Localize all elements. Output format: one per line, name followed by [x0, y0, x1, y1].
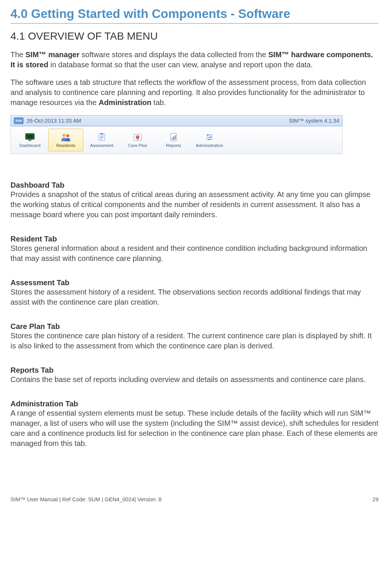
- text-run: in database format so that the user can …: [48, 61, 313, 69]
- tab-residents[interactable]: Residents: [48, 129, 83, 151]
- intro-paragraph-2: The software uses a tab structure that r…: [10, 77, 379, 108]
- svg-rect-6: [100, 133, 103, 135]
- monitor-icon: [25, 133, 35, 142]
- svg-rect-11: [175, 135, 176, 140]
- text-bold: SIM™ manager: [25, 50, 79, 59]
- care-plan-icon: [132, 133, 143, 142]
- heading-section-4-0: 4.0 Getting Started with Components - So…: [10, 7, 379, 24]
- page-number: 29: [373, 496, 379, 502]
- section-desc: A range of essential system elements mus…: [10, 408, 379, 449]
- section-dashboard-tab: Dashboard Tab Provides a snapshot of the…: [10, 181, 379, 220]
- svg-rect-1: [27, 135, 33, 138]
- text-run: The: [10, 50, 25, 59]
- section-desc: Stores the assessment history of a resid…: [10, 287, 379, 307]
- section-label: Dashboard Tab: [10, 181, 379, 190]
- tab-label: Assessment: [90, 143, 114, 148]
- app-datetime: 26-Oct-2013 11:33 AM: [27, 118, 81, 124]
- heading-section-4-1: 4.1 OVERVIEW OF TAB MENU: [10, 30, 379, 42]
- app-version: SIM™ system 4.1.34: [289, 118, 339, 124]
- svg-point-3: [62, 134, 65, 137]
- text-run: The software uses a tab structure that r…: [10, 78, 366, 107]
- sim-logo-chip: SIM: [14, 117, 24, 124]
- svg-rect-5: [99, 134, 105, 141]
- section-desc: Provides a snapshot of the status of cri…: [10, 190, 379, 220]
- tab-administration[interactable]: Administration: [192, 129, 227, 151]
- tab-care-plan[interactable]: Care Plan: [120, 129, 155, 151]
- sliders-icon: [204, 133, 215, 142]
- tab-label: Residents: [56, 143, 75, 148]
- tab-reports[interactable]: Reports: [156, 129, 191, 151]
- section-reports-tab: Reports Tab Contains the base set of rep…: [10, 366, 379, 385]
- report-icon: [168, 133, 179, 142]
- tab-dashboard[interactable]: Dashboard: [12, 129, 48, 151]
- section-assessment-tab: Assessment Tab Stores the assessment his…: [10, 278, 379, 307]
- section-label: Resident Tab: [10, 235, 379, 243]
- section-desc: Stores the continence care plan history …: [10, 331, 379, 351]
- svg-point-4: [66, 134, 69, 137]
- screenshot-tab-menu: SIM 26-Oct-2013 11:33 AM SIM™ system 4.1…: [10, 115, 343, 158]
- section-resident-tab: Resident Tab Stores general information …: [10, 235, 379, 264]
- tab-label: Reports: [166, 143, 181, 148]
- tab-label: Dashboard: [19, 143, 40, 148]
- section-label: Administration Tab: [10, 400, 379, 408]
- tab-label: Care Plan: [128, 143, 147, 148]
- footer-ref: SIM™ User Manual | Ref Code: SUM | GEN4_…: [10, 496, 162, 502]
- app-titlebar: SIM 26-Oct-2013 11:33 AM SIM™ system 4.1…: [10, 115, 343, 126]
- section-label: Assessment Tab: [10, 278, 379, 287]
- text-run: tab.: [151, 98, 166, 107]
- svg-rect-14: [208, 139, 209, 140]
- people-icon: [61, 133, 71, 142]
- svg-rect-13: [210, 136, 211, 138]
- tab-assessment[interactable]: Assessment: [84, 129, 119, 151]
- tab-label: Administration: [196, 143, 223, 148]
- svg-rect-9: [172, 138, 173, 140]
- section-label: Reports Tab: [10, 366, 379, 375]
- clipboard-icon: [97, 133, 107, 142]
- svg-rect-12: [207, 134, 208, 136]
- text-run: software stores and displays the data co…: [80, 50, 269, 59]
- text-bold: Administration: [99, 98, 151, 107]
- page-footer: SIM™ User Manual | Ref Code: SUM | GEN4_…: [0, 496, 389, 511]
- intro-paragraph-1: The SIM™ manager software stores and dis…: [10, 50, 379, 70]
- section-administration-tab: Administration Tab A range of essential …: [10, 400, 379, 449]
- section-desc: Stores general information about a resid…: [10, 243, 379, 264]
- app-toolbar: Dashboard Residents Assessment Care Plan: [10, 126, 343, 154]
- section-label: Care Plan Tab: [10, 322, 379, 331]
- section-care-plan-tab: Care Plan Tab Stores the continence care…: [10, 322, 379, 351]
- svg-rect-10: [173, 136, 174, 140]
- svg-rect-2: [28, 139, 31, 141]
- section-desc: Contains the base set of reports includi…: [10, 375, 379, 385]
